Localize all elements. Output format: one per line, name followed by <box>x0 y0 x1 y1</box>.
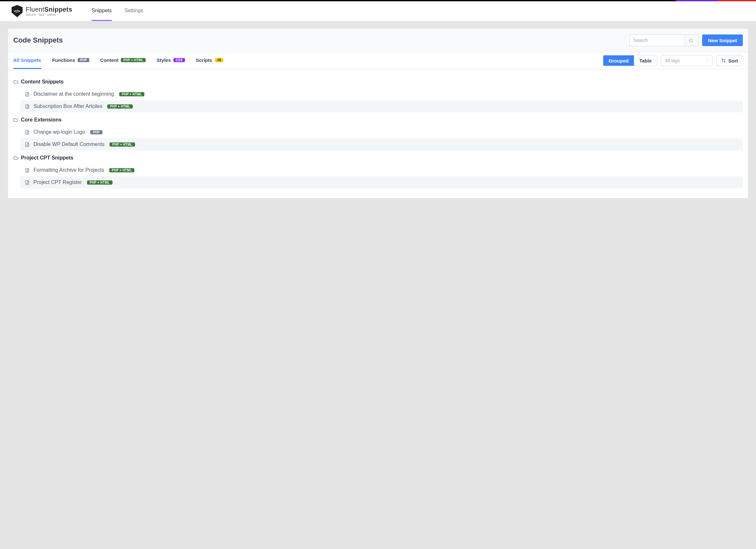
filter-bar: All Snippets Functions PHP Content PHP +… <box>8 52 748 69</box>
snippet-title: Formatting Archive for Projects <box>34 167 104 173</box>
filter-tab-functions[interactable]: Functions PHP <box>52 52 89 69</box>
file-icon <box>25 92 30 97</box>
brand-logo-glyph: </> <box>14 9 20 14</box>
snippet-title: Subscription Box After Artciles <box>34 103 102 109</box>
search-input[interactable] <box>629 34 684 46</box>
snippet-type-badge: PHP <box>90 130 102 134</box>
snippet-group: Project CPT SnippetsFormatting Archive f… <box>8 150 748 188</box>
brand-text: FluentSnippets secure · fast · native <box>26 6 72 16</box>
snippet-type-badge: PHP + HTML <box>109 168 135 172</box>
nav-snippets-label: Snippets <box>92 8 111 14</box>
folder-icon <box>13 155 18 160</box>
snippet-row[interactable]: Disable WP Default CommentsPHP + HTML <box>20 138 743 150</box>
snippet-group-name: Content Snippets <box>21 79 63 85</box>
filter-tab-content-label: Content <box>100 57 119 63</box>
view-table-label: Table <box>639 58 652 63</box>
search <box>629 34 698 46</box>
view-table[interactable]: Table <box>634 55 657 66</box>
snippet-title: Change wp-login Logo <box>34 129 85 135</box>
badge-css: CSS <box>173 58 185 62</box>
file-icon <box>25 104 30 109</box>
sort-button[interactable]: Sort <box>716 55 743 66</box>
filter-tab-functions-label: Functions <box>52 57 75 63</box>
tags-select-placeholder: All tags <box>665 58 680 63</box>
search-icon <box>689 38 693 43</box>
page-shell: Code Snippets New Snippet All Snippets <box>0 21 756 206</box>
snippet-title: Disclaimer at the content beginning <box>34 91 114 97</box>
brand-name-light: Fluent <box>26 6 44 13</box>
nav-snippets[interactable]: Snippets <box>92 1 111 21</box>
panel-actions: New Snippet <box>629 34 743 46</box>
new-snippet-button[interactable]: New Snippet <box>702 34 743 46</box>
file-icon <box>25 168 30 173</box>
snippet-row[interactable]: Disclaimer at the content beginningPHP +… <box>20 88 743 100</box>
snippet-row[interactable]: Formatting Archive for ProjectsPHP + HTM… <box>20 164 743 176</box>
snippet-type-badge: PHP + HTML <box>110 142 135 147</box>
badge-php-html: PHP + HTML <box>121 58 146 62</box>
sort-icon <box>721 58 726 63</box>
filter-tab-all[interactable]: All Snippets <box>13 52 41 69</box>
snippet-row[interactable]: Subscription Box After ArtcilesPHP + HTM… <box>20 100 743 112</box>
view-grouped-label: Grouped <box>608 58 629 63</box>
brand-shield-icon: </> <box>12 5 23 17</box>
window-top-strip <box>0 0 756 1</box>
snippet-group: Core ExtensionsChange wp-login LogoPHPDi… <box>8 112 748 150</box>
filter-tab-scripts[interactable]: Scripts JS <box>196 52 224 69</box>
snippet-group: Content SnippetsDisclaimer at the conten… <box>8 74 748 112</box>
snippets-content: Content SnippetsDisclaimer at the conten… <box>8 69 748 198</box>
folder-icon <box>13 117 18 122</box>
file-icon <box>25 180 30 185</box>
brand-name-bold: Snippets <box>44 6 72 13</box>
snippet-group-header[interactable]: Project CPT Snippets <box>13 153 743 164</box>
app-header: </> FluentSnippets secure · fast · nativ… <box>0 1 756 21</box>
chevron-down-icon <box>705 59 709 63</box>
folder-icon <box>13 79 18 84</box>
badge-php: PHP <box>78 58 89 62</box>
filter-tab-content[interactable]: Content PHP + HTML <box>100 52 146 69</box>
nav-settings-label: Settings <box>125 8 143 14</box>
new-snippet-label: New Snippet <box>708 38 737 43</box>
snippet-type-badge: PHP + HTML <box>119 92 145 96</box>
panel-head: Code Snippets New Snippet <box>8 29 748 52</box>
snippet-group-header[interactable]: Core Extensions <box>13 115 743 126</box>
view-grouped[interactable]: Grouped <box>603 55 634 66</box>
snippet-row[interactable]: Project CPT RegisterPHP + HTML <box>20 176 743 188</box>
filter-tab-scripts-label: Scripts <box>196 57 212 63</box>
snippet-type-badge: PHP + HTML <box>87 180 112 185</box>
file-icon <box>25 130 30 135</box>
brand-tagline: secure · fast · native <box>26 13 72 16</box>
panel: Code Snippets New Snippet All Snippets <box>8 28 748 198</box>
filter-tab-styles-label: Styles <box>157 57 171 63</box>
svg-point-0 <box>690 39 693 42</box>
snippet-row[interactable]: Change wp-login LogoPHP <box>20 126 743 138</box>
search-button[interactable] <box>684 34 698 46</box>
brand-name: FluentSnippets <box>26 6 72 13</box>
badge-js: JS <box>215 58 224 62</box>
nav-settings[interactable]: Settings <box>125 1 143 21</box>
main-nav: Snippets Settings <box>92 1 143 21</box>
sort-label: Sort <box>728 58 738 63</box>
filter-tab-all-label: All Snippets <box>13 57 41 63</box>
snippet-group-name: Project CPT Snippets <box>21 155 73 161</box>
snippet-title: Disable WP Default Comments <box>34 141 104 147</box>
view-toggle: Grouped Table <box>603 55 657 66</box>
accent-strip-red <box>718 0 756 1</box>
file-icon <box>25 142 30 147</box>
filter-tab-styles[interactable]: Styles CSS <box>157 52 185 69</box>
snippet-group-name: Core Extensions <box>21 117 62 123</box>
page-title: Code Snippets <box>13 36 63 44</box>
tags-select[interactable]: All tags <box>661 55 712 66</box>
snippet-title: Project CPT Register <box>34 179 82 185</box>
snippet-type-badge: PHP + HTML <box>107 104 133 109</box>
filter-tabs: All Snippets Functions PHP Content PHP +… <box>13 52 223 69</box>
svg-line-1 <box>692 41 693 42</box>
filter-controls: Grouped Table All tags Sort <box>603 55 743 66</box>
accent-strip-purple <box>676 0 718 1</box>
snippet-group-header[interactable]: Content Snippets <box>13 77 743 88</box>
brand: </> FluentSnippets secure · fast · nativ… <box>12 5 72 17</box>
